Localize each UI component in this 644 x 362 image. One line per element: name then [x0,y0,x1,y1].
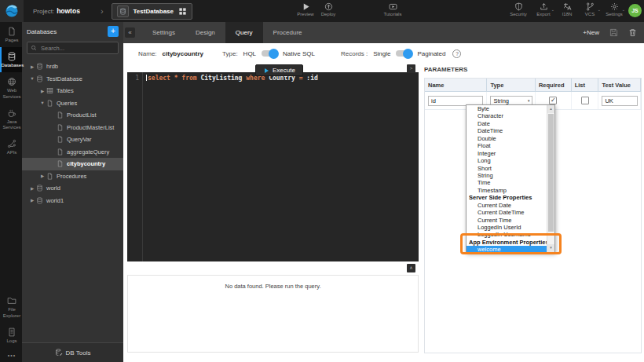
rail-item-databases[interactable]: Databases [0,47,22,72]
parameters-header-row: NameTypeRequiredListTest Value [425,79,641,92]
dropdown-option-timestamp[interactable]: Timestamp [467,187,547,194]
tree-item-world1[interactable]: ▶world1 [22,195,123,207]
vcs-icon [586,2,595,11]
tab-procedure[interactable]: Procedure [263,22,313,43]
dropdown-option-integer[interactable]: Integer [467,150,547,157]
dropdown-option-current-date[interactable]: Current Date [467,202,547,209]
play-icon [302,2,310,11]
dropdown-option-double[interactable]: Double [467,135,547,142]
dropdown-option-loggedin-userid[interactable]: LoggedIn UserId [467,224,547,231]
tree-item-label: world1 [46,197,64,204]
expand-params-button[interactable]: > [407,64,415,73]
dropdown-option-datetime[interactable]: DateTime [467,127,547,134]
file-icon [57,124,64,131]
grid-icon[interactable] [178,7,187,16]
dropdown-option-current-datetime[interactable]: Current DateTime [467,209,547,216]
list-checkbox[interactable] [581,97,589,104]
dropdown-option-date[interactable]: Date [467,120,547,127]
db-tools-button[interactable]: DB Tools [22,342,123,362]
dropdown-option-long[interactable]: Long [467,157,547,164]
column-header-type: Type [487,79,536,91]
type-option-hql[interactable]: HQL [243,50,256,57]
search-input[interactable] [39,44,115,53]
execute-button[interactable]: Execute [255,64,303,76]
type-toggle[interactable] [262,50,277,57]
dropdown-option-current-time[interactable]: Current Time [467,217,547,224]
settings-button[interactable]: ⌄Settings [598,2,630,16]
dropdown-option-short[interactable]: Short [467,165,547,172]
tree-collapsed-arrow-icon[interactable]: ▶ [28,198,36,203]
db-tools-label: DB Tools [66,349,91,357]
collapse-panel-button[interactable]: « [125,27,135,38]
tab-query[interactable]: Query [225,22,263,43]
scroll-down-icon[interactable]: ▼ [547,244,554,252]
action-label: Tutorials [384,12,402,16]
dropdown-option-loggedin-username[interactable]: LoggedIn Username [467,231,547,238]
dropdown-option-welcome[interactable]: welcome [467,246,547,252]
rail-item-java-services[interactable]: Java Services [0,104,22,134]
required-checkbox[interactable]: ✓ [549,97,557,104]
type-option-nativesql[interactable]: Native SQL [283,50,315,57]
results-panel: No data found. Please run the query. [127,275,419,353]
tree-item-queries[interactable]: ▼Queries [22,97,123,110]
folder-icon [7,296,16,305]
rail-item-pages[interactable]: Pages [0,22,22,47]
records-toggle[interactable] [396,50,412,57]
test-value-input[interactable] [602,96,638,106]
scrollbar-thumb[interactable] [548,114,554,232]
rail-item-logs[interactable]: Logs [0,323,22,348]
tree-collapsed-arrow-icon[interactable]: ▶ [38,174,46,178]
tab-testdatabase[interactable]: TestDatabase [112,3,192,20]
query-name-value: citybycountry [163,50,203,57]
tab-settings[interactable]: Settings [142,22,185,43]
tutorials-button[interactable]: Tutorials [377,2,408,16]
tree-item-hrdb[interactable]: ▶hrdb [22,60,123,73]
deploy-button[interactable]: Deploy [313,2,344,16]
type-dropdown: ByteCharacterDateDateTimeDoubleFloatInte… [466,104,555,253]
tree-collapsed-arrow-icon[interactable]: ▶ [28,64,36,69]
rail-item-file-explorer[interactable]: File Explorer [0,291,22,322]
save-icon[interactable] [609,28,618,37]
dropdown-option-time[interactable]: Time [467,179,547,186]
dropdown-option-float[interactable]: Float [467,142,547,149]
user-avatar[interactable]: JS [628,4,642,17]
records-option-single[interactable]: Single [373,50,390,57]
tree-item-procedures[interactable]: ▶Procedures [22,170,123,183]
tree-collapsed-arrow-icon[interactable]: ▶ [38,89,46,93]
dropdown-option-character[interactable]: Character [467,112,547,119]
tree-item-world[interactable]: ▶world [22,182,123,195]
tree-expanded-arrow-icon[interactable]: ▼ [28,76,36,81]
tree-item-tables[interactable]: ▶Tables [22,85,123,97]
app-logo[interactable] [0,0,24,22]
records-option-paginated[interactable]: Paginated [417,50,445,57]
tab-design[interactable]: Design [185,22,225,43]
tree-expanded-arrow-icon[interactable]: ▼ [38,101,46,105]
collapse-editor-button[interactable]: ∧ [407,264,415,272]
tree-item-queryvar[interactable]: QueryVar [22,133,123,146]
rail-item-apis[interactable]: APIs [0,134,22,159]
column-header-name: Name [425,79,487,91]
help-icon[interactable]: ? [452,49,461,58]
logs-icon [7,327,16,337]
new-query-button[interactable]: +New [583,29,599,36]
tree-item-productlist[interactable]: ProductList [22,109,123,122]
wavemaker-logo-icon [5,4,19,18]
rail-item-item[interactable]: ••• [0,348,22,362]
dropdown-option-string[interactable]: String [467,172,547,179]
tree-item-aggregatequery[interactable]: aggregateQuery [22,146,123,159]
tree-item-citybycountry[interactable]: citybycountry [22,158,123,170]
tree-collapsed-arrow-icon[interactable]: ▶ [28,186,36,191]
tree-item-productmasterlist[interactable]: ProductMasterList [22,122,123,134]
scroll-up-icon[interactable]: ▲ [547,105,554,113]
parameters-title: PARAMETERS [424,66,467,73]
add-database-button[interactable]: + [108,26,119,37]
dropdown-option-byte[interactable]: Byte [467,105,547,112]
delete-icon[interactable] [628,28,637,37]
search-box[interactable] [27,42,119,54]
db-icon [7,52,16,61]
tree-item-testdatabase[interactable]: ▼TestDatabase [22,73,123,86]
file-icon [46,100,53,107]
dropdown-scrollbar[interactable]: ▲ ▼ [547,105,554,252]
sql-editor[interactable]: 1 select * from CityListing where Countr… [127,72,419,261]
rail-item-web-services[interactable]: Web Services [0,72,22,103]
